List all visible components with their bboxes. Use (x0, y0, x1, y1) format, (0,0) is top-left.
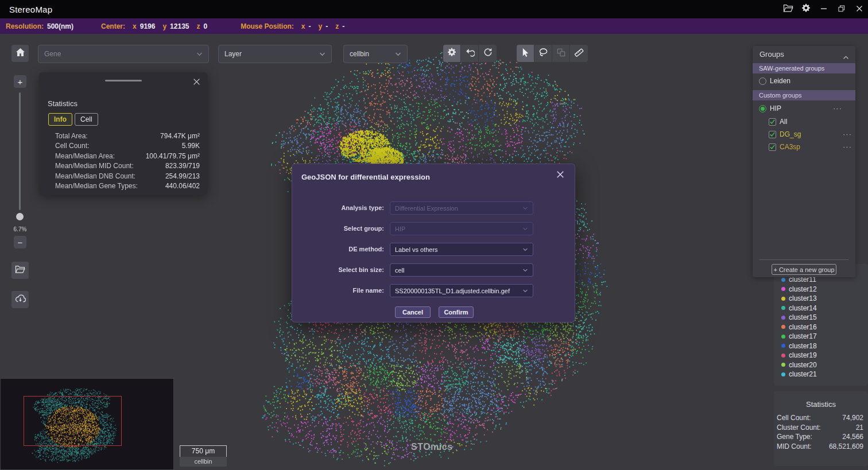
export-button[interactable] (11, 291, 29, 308)
cluster-item[interactable]: cluster14 (774, 304, 868, 313)
zoom-slider-track[interactable] (19, 92, 21, 210)
restore-button[interactable] (832, 0, 850, 18)
groups-panel: Groups SAW-generated groups Leiden Custo… (753, 46, 855, 277)
tab-cell[interactable]: Cell (75, 113, 98, 126)
field-label: Select bin size: (292, 263, 384, 277)
chevron-down-icon (522, 207, 528, 210)
overview-minimap[interactable] (0, 378, 174, 470)
lasso-icon (538, 48, 548, 60)
geojson-export-dialog: GeoJSON for differential expression Anal… (292, 164, 575, 323)
groups-panel-title: Groups (760, 50, 784, 59)
group-item-hip[interactable]: HIP ··· (759, 103, 849, 114)
settings-button[interactable] (797, 0, 815, 18)
radio-unselected-icon[interactable] (759, 77, 766, 85)
divider (760, 259, 848, 260)
panel-drag-handle[interactable] (105, 80, 142, 81)
stat-row: Gene Type:24,566 (777, 432, 863, 442)
minimize-icon (820, 4, 827, 14)
bin-size-select[interactable]: cellbin (343, 45, 408, 63)
field-label: Select group: (292, 222, 384, 235)
measure-tool-button[interactable] (570, 45, 588, 62)
cluster-item[interactable]: cluster19 (774, 351, 868, 360)
lasso-tool-button[interactable] (534, 45, 552, 62)
cursor-icon (521, 48, 530, 60)
cluster-label: cluster18 (789, 342, 817, 350)
field-label: DE method: (292, 243, 384, 256)
group-item-leiden[interactable]: Leiden (759, 76, 790, 86)
confirm-button[interactable]: Confirm (439, 306, 474, 318)
cluster-item[interactable]: cluster15 (774, 313, 868, 323)
radio-selected-icon[interactable] (759, 105, 766, 112)
view-settings-button[interactable] (443, 45, 461, 62)
panel-close-button[interactable] (193, 77, 200, 88)
dialog-close-button[interactable] (556, 170, 564, 181)
undo-button[interactable] (461, 45, 479, 62)
stat-label: Cluster Count: (777, 423, 821, 433)
ellipsis-menu-icon[interactable]: ··· (833, 106, 842, 111)
field-label: File name: (292, 284, 384, 297)
checkbox-checked-icon[interactable] (769, 118, 776, 126)
file-name-select[interactable]: SS200000135TL_D1.adjusted.cellbin.gef (390, 284, 533, 297)
zoom-out-button[interactable]: − (14, 236, 26, 248)
cluster-item[interactable]: cluster12 (774, 285, 868, 294)
scale-distance-label: 750 μm (180, 445, 227, 457)
ellipsis-menu-icon[interactable]: ··· (843, 144, 852, 150)
layer-select[interactable]: Layer (218, 45, 332, 63)
stomics-watermark: STOmics (411, 442, 453, 452)
file-manager-button[interactable] (11, 262, 29, 279)
stat-row: Cell Count:5.99K (55, 141, 200, 151)
checkbox-checked-icon[interactable] (769, 131, 776, 138)
cancel-button[interactable]: Cancel (395, 306, 431, 318)
stat-row: Cluster Count:21 (777, 423, 863, 433)
tab-info[interactable]: Info (48, 113, 72, 126)
pointer-tool-button[interactable] (517, 45, 534, 62)
saw-groups-header: SAW-generated groups (753, 63, 855, 73)
gear-icon (801, 3, 811, 15)
minimize-button[interactable] (815, 0, 832, 18)
stat-label: Cell Count: (55, 141, 89, 151)
close-button[interactable] (850, 0, 868, 18)
chevron-down-icon (522, 227, 528, 231)
ellipsis-menu-icon[interactable]: ··· (843, 131, 852, 137)
cluster-item[interactable]: cluster18 (774, 341, 868, 351)
select-value: Differential Expression (395, 205, 458, 212)
cluster-item[interactable]: cluster20 (774, 360, 868, 370)
resolution-label: Resolution: (6, 22, 44, 30)
cluster-color-dot (781, 363, 785, 367)
group-child-all[interactable]: All (769, 116, 787, 127)
chevron-down-icon (522, 289, 528, 293)
bin-select-value: cellbin (350, 50, 369, 58)
stat-row: MID Count:68,521,609 (777, 442, 863, 452)
gene-select-placeholder: Gene (44, 50, 61, 58)
cluster-item[interactable]: cluster17 (774, 332, 868, 341)
dialog-bin-size-select[interactable]: cell (390, 263, 533, 277)
stat-label: MID Count: (777, 442, 812, 452)
mouse-y-axis: y (319, 22, 323, 30)
stats-rows: Cell Count:74,902 Cluster Count:21 Gene … (774, 413, 868, 451)
checkbox-checked-icon[interactable] (769, 143, 776, 151)
create-group-button[interactable]: + Create a new group (772, 264, 836, 275)
group-layers-icon (557, 48, 565, 59)
cluster-item[interactable]: cluster21 (774, 370, 868, 379)
app-title: StereoMap (9, 5, 52, 14)
gene-search-select[interactable]: Gene (38, 45, 209, 63)
stat-value: 823.39/719 (165, 161, 200, 171)
cluster-item[interactable]: cluster16 (774, 323, 868, 332)
zoom-slider-handle[interactable] (16, 213, 24, 220)
mouse-x-axis: x (301, 22, 305, 30)
group-child-ca3sp[interactable]: CA3sp ··· (769, 142, 849, 152)
de-method-select[interactable]: Label vs others (390, 243, 533, 256)
home-button[interactable] (11, 45, 29, 62)
cluster-item[interactable]: cluster13 (774, 294, 868, 304)
cluster-list-panel: cluster11 cluster12 cluster13 cluster14 … (774, 264, 868, 386)
collapse-panel-button[interactable] (843, 52, 849, 62)
stat-label: Mean/Median Area: (55, 152, 115, 161)
group-child-dg-sg[interactable]: DG_sg ··· (769, 129, 849, 139)
stat-label: Cell Count: (777, 413, 811, 423)
refresh-button[interactable] (479, 45, 497, 62)
viewport-rectangle[interactable] (24, 396, 122, 446)
cluster-label: cluster17 (789, 332, 817, 340)
open-project-button[interactable] (779, 0, 797, 18)
chevron-up-icon (843, 52, 849, 62)
zoom-in-button[interactable]: + (14, 75, 26, 88)
